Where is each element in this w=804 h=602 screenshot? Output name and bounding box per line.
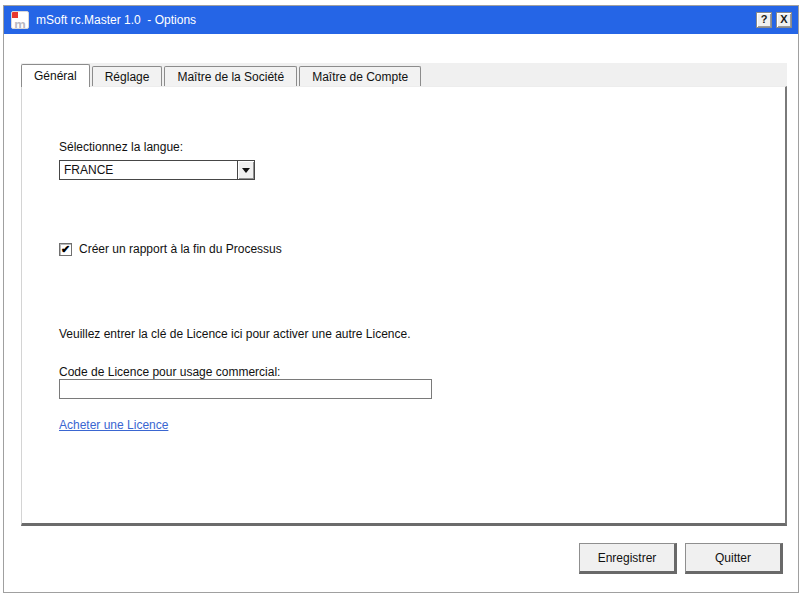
tab-general[interactable]: Général xyxy=(21,64,90,87)
language-select[interactable]: FRANCE xyxy=(59,160,255,180)
quit-button[interactable]: Quitter xyxy=(685,543,783,574)
tab-maitre-societe[interactable]: Maître de la Société xyxy=(164,66,297,86)
general-tab-panel: Sélectionnez la langue: FRANCE ✔ Créer u… xyxy=(21,86,787,526)
language-label: Sélectionnez la langue: xyxy=(59,140,183,154)
window-title: mSoft rc.Master 1.0 - Options xyxy=(36,13,752,27)
app-logo-letter: m xyxy=(12,18,28,29)
tab-reglage[interactable]: Réglage xyxy=(92,66,163,86)
chevron-down-icon xyxy=(242,168,250,173)
tab-maitre-compte[interactable]: Maître de Compte xyxy=(299,66,421,86)
license-code-input[interactable] xyxy=(59,379,432,399)
report-checkbox[interactable]: ✔ xyxy=(59,243,72,256)
dropdown-button[interactable] xyxy=(237,161,254,179)
buy-license-link[interactable]: Acheter une Licence xyxy=(59,418,168,432)
language-selected-value: FRANCE xyxy=(60,161,237,179)
report-checkbox-row[interactable]: ✔ Créer un rapport à la fin du Processus xyxy=(59,242,282,256)
license-info-text: Veuillez entrer la clé de Licence ici po… xyxy=(59,327,411,341)
save-button[interactable]: Enregistrer xyxy=(579,543,677,574)
app-logo-icon: m xyxy=(11,11,29,29)
help-button[interactable]: ? xyxy=(756,12,772,28)
license-code-label: Code de Licence pour usage commercial: xyxy=(59,365,280,379)
report-checkbox-label: Créer un rapport à la fin du Processus xyxy=(79,242,282,256)
close-button[interactable]: X xyxy=(776,12,792,28)
options-dialog: m mSoft rc.Master 1.0 - Options ? X Géné… xyxy=(3,5,799,593)
title-bar[interactable]: m mSoft rc.Master 1.0 - Options ? X xyxy=(4,6,798,34)
tab-strip: Général Réglage Maître de la Société Maî… xyxy=(21,63,787,86)
